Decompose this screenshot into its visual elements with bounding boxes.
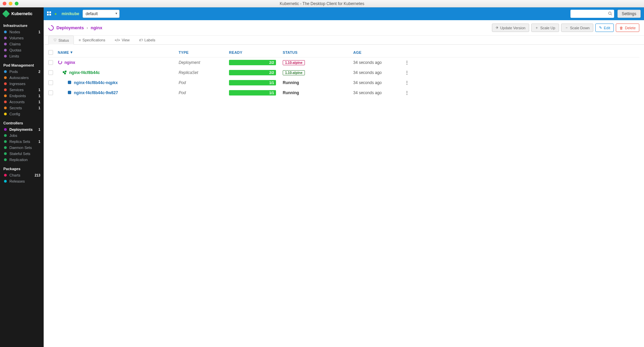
ready-progress: 2/2 [229,60,276,65]
sidebar-item-label: Config [9,112,40,116]
update-version-button[interactable]: ✈Update Version [492,24,529,32]
sidebar-item-autoscalers[interactable]: Autoscalers [0,75,44,81]
row-checkbox[interactable] [48,90,53,95]
status-badge: 1.10-alpine [283,60,305,65]
svg-point-19 [4,174,7,177]
tab-label: View [122,38,130,42]
resource-icon [3,106,7,110]
sidebar-item-jobs[interactable]: Jobs [0,132,44,139]
tab-specifications[interactable]: ≡Specifications [74,36,110,44]
sidebar-item-secrets[interactable]: Secrets1 [0,105,44,111]
tab-icon: ♡ [53,38,57,42]
close-icon[interactable] [3,2,6,5]
sidebar-item-accounts[interactable]: Accounts1 [0,99,44,105]
sidebar-item-pods[interactable]: Pods2 [0,69,44,75]
tab-label: Labels [144,38,155,42]
namespace-value: default [86,11,98,16]
scale-up-button[interactable]: ＋Scale Up [531,24,559,32]
col-status[interactable]: STATUS [283,50,353,54]
search-box[interactable] [570,10,614,18]
table-row: nginx-f4cf8b44c-9w827Pod1/1Running34 sec… [48,88,639,98]
sidebar-item-daemon-sets[interactable]: Daemon Sets [0,145,44,151]
resource-name-link[interactable]: nginx [64,60,75,65]
edit-button[interactable]: ✎Edit [595,24,614,32]
resource-icon [3,76,7,80]
row-checkbox[interactable] [48,80,53,85]
svg-point-27 [58,61,62,64]
breadcrumb-root[interactable]: Deployments [56,25,84,30]
status-badge: 1.10-alpine [283,70,305,75]
svg-point-0 [4,31,7,33]
sidebar-item-nodes[interactable]: Nodes1 [0,29,44,35]
sidebar-item-label: Stateful Sets [9,152,40,156]
resource-name-link[interactable]: nginx-f4cf8b44c-9w827 [74,90,118,95]
tab-status[interactable]: ♡Status [48,36,74,45]
select-all-checkbox[interactable] [48,50,53,55]
svg-rect-30 [64,73,66,74]
row-menu-icon[interactable]: ⋮ [400,60,414,65]
row-checkbox[interactable] [48,70,53,75]
status-text: Running [283,80,299,85]
sidebar-item-services[interactable]: Services1 [0,87,44,93]
delete-button[interactable]: 🗑Delete [616,24,639,32]
resource-icon [3,152,7,156]
svg-point-11 [4,107,7,109]
tab-view[interactable]: </>View [110,36,134,44]
minus-icon: － [565,25,568,30]
search-input[interactable] [572,11,607,16]
minimize-icon[interactable] [9,2,12,5]
col-age[interactable]: AGE [353,50,400,54]
tab-labels[interactable]: 🏷Labels [134,36,160,44]
grid-icon[interactable] [47,11,51,16]
sidebar-item-replica-sets[interactable]: Replica Sets1 [0,139,44,145]
resource-icon [3,133,7,138]
sidebar-item-label: Releases [9,179,40,183]
tab-icon: 🏷 [139,38,143,42]
sidebar-item-quotas[interactable]: Quotas [0,47,44,53]
sidebar-item-endpoints[interactable]: Endpoints1 [0,93,44,99]
maximize-icon[interactable] [15,2,18,5]
svg-point-1 [4,37,7,39]
row-checkbox[interactable] [48,60,53,65]
resource-name-link[interactable]: nginx-f4cf8b44c [69,70,100,75]
sidebar-item-replication[interactable]: Replication [0,157,44,163]
sidebar-item-stateful-sets[interactable]: Stateful Sets [0,151,44,157]
table-row: nginx-f4cf8b44c-nqpkxPod1/1Running34 sec… [48,78,639,88]
row-menu-icon[interactable]: ⋮ [400,70,414,75]
sidebar-item-label: Autoscalers [9,76,40,80]
sidebar-item-releases[interactable]: Releases [0,178,44,184]
svg-rect-24 [49,14,51,15]
sidebar-item-limits[interactable]: Limits [0,53,44,59]
resource-icon [3,146,7,150]
sidebar-heading: Controllers [0,120,44,126]
type-cell: Deployment [179,60,229,65]
cluster-name[interactable]: minikube [61,11,79,16]
col-ready[interactable]: READY [229,50,283,54]
resource-icon [3,140,7,144]
sidebar-item-ingresses[interactable]: Ingresses [0,81,44,87]
col-name[interactable]: NAME▾ [58,50,179,54]
svg-rect-31 [68,81,71,84]
sidebar-item-deployments[interactable]: Deployments1 [0,126,44,132]
row-menu-icon[interactable]: ⋮ [400,90,414,95]
col-type[interactable]: TYPE [179,50,229,54]
settings-button[interactable]: Settings [617,10,641,18]
sidebar-item-count: 1 [38,88,40,92]
app-logo: Kubernetic [0,7,44,20]
scale-down-button[interactable]: －Scale Down [561,24,594,32]
resource-table: NAME▾ TYPE READY STATUS AGE nginxDeploym… [44,45,644,101]
svg-point-14 [4,134,7,137]
row-menu-icon[interactable]: ⋮ [400,80,414,85]
sidebar-item-volumes[interactable]: Volumes [0,35,44,41]
sidebar-item-charts[interactable]: Charts213 [0,172,44,178]
sidebar-item-config[interactable]: Config [0,111,44,117]
svg-point-4 [4,55,7,57]
pod-icon [67,80,72,86]
table-header: NAME▾ TYPE READY STATUS AGE [48,47,639,57]
sidebar-item-count: 1 [38,106,40,110]
resource-name-link[interactable]: nginx-f4cf8b44c-nqpkx [74,80,118,85]
page-header: Deployments › nginx ✈Update Version ＋Sca… [44,20,644,36]
sidebar-item-claims[interactable]: Claims [0,41,44,47]
logo-icon [2,10,10,18]
namespace-select[interactable]: default [83,10,120,18]
